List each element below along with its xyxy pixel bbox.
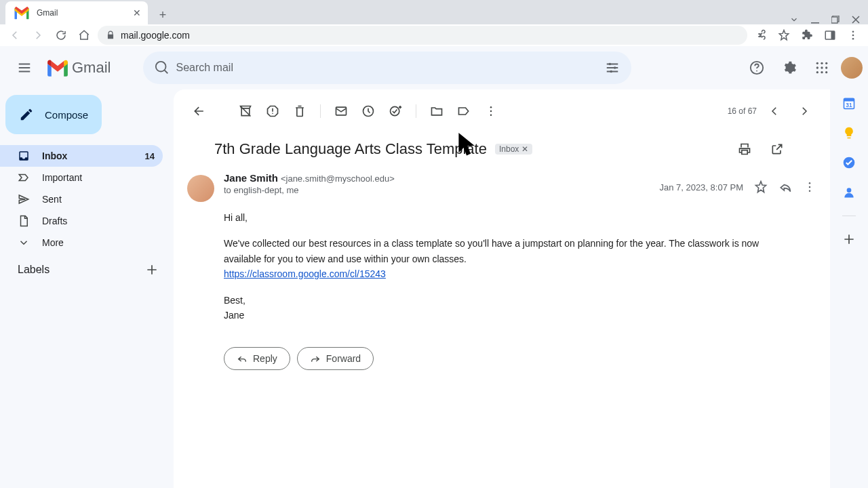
svg-point-21: [816, 71, 818, 73]
chip-close-icon[interactable]: ✕: [521, 144, 528, 154]
drafts-icon: [18, 215, 30, 227]
main-panel: 16 of 67 7th Grade Language Arts Class T…: [174, 89, 830, 488]
support-icon[interactable]: [743, 54, 770, 81]
maximize-icon[interactable]: [831, 16, 840, 24]
svg-point-28: [490, 106, 492, 108]
sent-icon: [18, 193, 30, 205]
svg-point-19: [821, 66, 823, 68]
sender-avatar[interactable]: [187, 175, 214, 202]
nav-count: 14: [145, 151, 155, 161]
next-icon[interactable]: [792, 99, 816, 123]
tab-close-icon[interactable]: ✕: [133, 7, 141, 18]
svg-point-9: [852, 38, 854, 40]
new-tab-button[interactable]: +: [153, 5, 172, 24]
svg-point-15: [816, 62, 818, 64]
apps-icon[interactable]: [808, 54, 835, 81]
move-icon[interactable]: [425, 99, 449, 123]
sidebar-item-inbox[interactable]: Inbox 14: [0, 145, 163, 167]
add-icon[interactable]: [842, 232, 856, 246]
back-button[interactable]: [5, 26, 24, 45]
important-icon: [18, 171, 30, 184]
share-icon[interactable]: [751, 26, 770, 45]
close-icon[interactable]: [852, 16, 860, 24]
svg-rect-6: [831, 31, 835, 39]
sidebar-item-more[interactable]: More: [0, 232, 163, 253]
inbox-chip[interactable]: Inbox ✕: [495, 144, 532, 155]
browser-chrome: Gmail ✕ + mail.google.com: [0, 0, 868, 46]
svg-point-30: [490, 115, 492, 117]
gmail-m-icon: [46, 56, 69, 79]
svg-point-11: [614, 66, 616, 69]
svg-point-24: [272, 113, 273, 115]
add-label-icon[interactable]: [145, 263, 159, 277]
search-options-icon[interactable]: [599, 54, 626, 81]
pager: 16 of 67: [728, 99, 816, 123]
sidebar-item-important[interactable]: Important: [0, 167, 163, 188]
home-button[interactable]: [75, 26, 94, 45]
archive-icon[interactable]: [233, 99, 258, 123]
chevron-down-icon: [18, 237, 30, 249]
svg-point-8: [852, 35, 854, 37]
reload-button[interactable]: [52, 26, 71, 45]
sidebar-item-drafts[interactable]: Drafts: [0, 210, 163, 232]
print-icon[interactable]: [732, 137, 757, 161]
forward-button[interactable]: Forward: [297, 347, 374, 370]
keep-icon[interactable]: [842, 126, 856, 140]
tasks-icon[interactable]: [842, 156, 856, 169]
bookmark-icon[interactable]: [774, 26, 793, 45]
sender-row: Jane Smith <jane.smith@myschool.edu> to …: [174, 172, 830, 202]
timestamp: Jan 7, 2023, 8:07 PM: [659, 182, 743, 192]
recipients[interactable]: to english-dept, me: [224, 185, 650, 195]
account-avatar[interactable]: [841, 57, 863, 79]
calendar-icon[interactable]: 31: [842, 96, 856, 110]
extensions-icon[interactable]: [797, 26, 816, 45]
forward-label: Forward: [326, 353, 361, 364]
chip-label: Inbox: [499, 144, 519, 154]
sidepanel-icon[interactable]: [821, 26, 840, 45]
sidebar-item-sent[interactable]: Sent: [0, 188, 163, 210]
svg-point-33: [809, 190, 811, 192]
signoff: Best,: [224, 295, 245, 306]
contacts-icon[interactable]: [842, 186, 856, 199]
spam-icon[interactable]: [260, 99, 285, 123]
label-icon[interactable]: [452, 99, 476, 123]
star-icon[interactable]: [754, 180, 768, 194]
chrome-menu-icon[interactable]: [844, 26, 863, 45]
compose-button[interactable]: Compose: [5, 95, 102, 134]
url-text: mail.google.com: [121, 30, 190, 41]
prev-icon[interactable]: [762, 99, 787, 123]
svg-point-16: [821, 62, 823, 64]
more-icon[interactable]: [479, 99, 503, 123]
reply-icon[interactable]: [778, 180, 792, 194]
pencil-icon: [19, 107, 34, 122]
svg-point-23: [825, 71, 827, 73]
chevron-down-icon[interactable]: [789, 15, 799, 24]
mark-unread-icon[interactable]: [329, 99, 353, 123]
forward-button[interactable]: [28, 26, 47, 45]
sender-name: Jane Smith: [224, 172, 278, 184]
forward-arrow-icon: [310, 353, 321, 364]
back-icon[interactable]: [187, 99, 212, 123]
address-bar[interactable]: mail.google.com: [98, 26, 747, 45]
search-icon[interactable]: [149, 54, 176, 81]
search-bar[interactable]: [143, 52, 631, 84]
snooze-icon[interactable]: [356, 99, 380, 123]
classroom-link[interactable]: https://classroom.google.com/cl/15243: [224, 268, 386, 279]
body-text: We've collected our best resources in a …: [224, 238, 759, 264]
minimize-icon[interactable]: [811, 16, 819, 24]
more-icon[interactable]: [803, 180, 816, 194]
main-menu-icon[interactable]: [8, 52, 41, 84]
email-header: 7th Grade Language Arts Class Template I…: [174, 133, 830, 172]
popout-icon[interactable]: [765, 137, 789, 161]
add-task-icon[interactable]: [383, 99, 408, 123]
browser-toolbar: mail.google.com: [0, 24, 868, 46]
side-panel: 31: [830, 89, 868, 246]
settings-icon[interactable]: [776, 54, 803, 81]
reply-button[interactable]: Reply: [224, 347, 290, 370]
gmail-logo-text: Gmail: [72, 59, 111, 77]
browser-tab[interactable]: Gmail ✕: [5, 1, 148, 24]
gmail-logo[interactable]: Gmail: [46, 56, 111, 79]
svg-point-22: [821, 71, 823, 73]
search-input[interactable]: [176, 62, 599, 74]
delete-icon[interactable]: [288, 99, 312, 123]
